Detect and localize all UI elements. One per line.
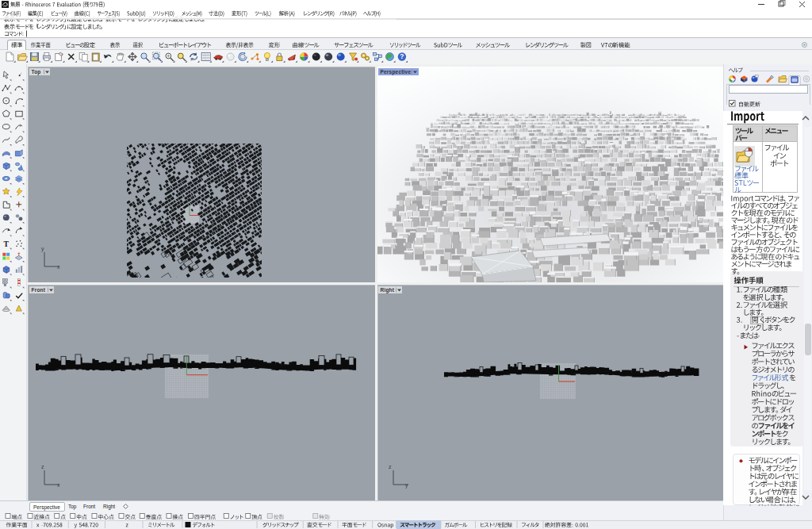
- svg-text:x: x: [57, 264, 60, 270]
- svg-text:y: y: [41, 246, 44, 252]
- svg-text:y: y: [405, 482, 408, 489]
- svg-text:z: z: [389, 464, 392, 470]
- svg-text:z: z: [41, 464, 44, 470]
- svg-text:x: x: [57, 482, 60, 488]
